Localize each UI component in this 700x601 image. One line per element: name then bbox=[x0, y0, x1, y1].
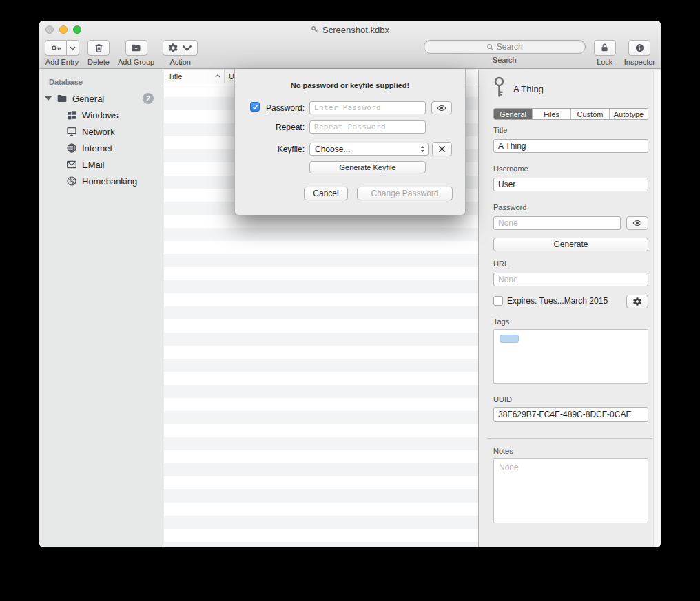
add-entry-dropdown-button[interactable] bbox=[67, 40, 79, 56]
add-entry-label: Add Entry bbox=[45, 58, 79, 66]
key-icon bbox=[493, 76, 505, 101]
sidebar-item-label: Internet bbox=[82, 143, 112, 154]
uuid-label: UUID bbox=[493, 395, 512, 403]
divider bbox=[487, 438, 652, 439]
envelope-icon bbox=[66, 159, 77, 170]
search-input[interactable]: Search bbox=[424, 40, 586, 54]
inspector-header: A Thing bbox=[493, 75, 544, 103]
column-header-username[interactable]: U bbox=[225, 70, 234, 83]
tab-files[interactable]: Files bbox=[532, 109, 570, 119]
sidebar-section-header: Database bbox=[39, 70, 163, 86]
dialog-show-password-button[interactable] bbox=[431, 101, 452, 114]
sheet-message: No password or keyfile supplied! bbox=[235, 81, 465, 89]
titlebar: Screenshot.kdbx bbox=[39, 21, 661, 39]
uuid-field[interactable]: 38F629B7-FC4E-489C-8DCF-0CAE bbox=[493, 407, 648, 422]
dialog-password-label: Password: bbox=[256, 103, 305, 113]
change-password-button[interactable]: Change Password bbox=[357, 187, 453, 200]
inspector-item: Inspector bbox=[624, 40, 655, 66]
inspector-label: Inspector bbox=[624, 58, 655, 66]
sidebar-item-general[interactable]: General 2 bbox=[39, 90, 163, 107]
tags-label: Tags bbox=[493, 317, 509, 326]
toolbar: Add Entry Delete bbox=[39, 39, 661, 69]
chevron-down-icon bbox=[70, 46, 76, 50]
delete-button[interactable] bbox=[88, 40, 110, 56]
keyfile-popup[interactable]: Choose... bbox=[309, 143, 429, 156]
inspector-panel: A Thing General Files Custom Autotype Ti… bbox=[478, 70, 661, 547]
url-field[interactable] bbox=[493, 273, 648, 286]
trash-icon bbox=[94, 43, 104, 53]
sidebar-item-email[interactable]: EMail bbox=[39, 156, 163, 173]
action-label: Action bbox=[169, 58, 191, 66]
sort-ascending-icon bbox=[215, 74, 220, 78]
password-field[interactable] bbox=[493, 216, 621, 230]
gear-icon bbox=[632, 297, 642, 306]
eye-icon bbox=[632, 218, 642, 228]
sidebar-item-label: Homebanking bbox=[82, 176, 137, 187]
generate-password-button[interactable]: Generate bbox=[493, 238, 648, 251]
folder-icon bbox=[56, 93, 68, 104]
username-field[interactable] bbox=[493, 178, 648, 191]
show-password-button[interactable] bbox=[626, 216, 648, 230]
tag-chip[interactable] bbox=[500, 335, 519, 343]
url-field-label: URL bbox=[493, 260, 508, 268]
generate-keyfile-button[interactable]: Generate Keyfile bbox=[309, 161, 426, 173]
lock-item: Lock bbox=[594, 40, 616, 66]
delete-item: Delete bbox=[88, 40, 110, 66]
column-username-label: U bbox=[229, 72, 234, 81]
notes-box[interactable]: None bbox=[493, 458, 648, 523]
tab-general[interactable]: General bbox=[494, 109, 532, 119]
app-window: Screenshot.kdbx Add Entr bbox=[39, 21, 661, 547]
stepper-arrows-icon bbox=[418, 143, 428, 155]
sidebar-item-network[interactable]: Network bbox=[39, 123, 163, 140]
title-field-label: Title bbox=[493, 126, 507, 134]
folder-plus-icon bbox=[131, 43, 141, 53]
key-plus-icon bbox=[51, 43, 61, 53]
cancel-button[interactable]: Cancel bbox=[304, 187, 348, 200]
search-placeholder: Search bbox=[497, 42, 523, 52]
dialog-repeat-input[interactable] bbox=[309, 120, 426, 134]
delete-label: Delete bbox=[88, 58, 110, 66]
add-group-item: Add Group bbox=[118, 40, 154, 66]
dialog-password-input[interactable] bbox=[309, 101, 426, 114]
lock-button[interactable] bbox=[594, 40, 616, 56]
search-icon bbox=[486, 43, 494, 51]
sidebar-item-label: General bbox=[72, 94, 104, 104]
password-field-label: Password bbox=[493, 203, 526, 211]
expires-settings-button[interactable] bbox=[626, 295, 648, 308]
inspector-tabs: General Files Custom Autotype bbox=[493, 108, 648, 120]
add-group-label: Add Group bbox=[118, 58, 154, 66]
expires-label: Expires: Tues...March 2015 bbox=[507, 296, 608, 306]
sidebar-item-windows[interactable]: Windows bbox=[39, 107, 163, 123]
disclosure-triangle-icon[interactable] bbox=[45, 96, 52, 101]
tags-box[interactable] bbox=[493, 329, 648, 384]
eye-icon bbox=[437, 103, 446, 113]
clear-keyfile-button[interactable] bbox=[432, 142, 452, 156]
tab-custom[interactable]: Custom bbox=[570, 109, 609, 119]
sidebar-item-internet[interactable]: Internet bbox=[39, 140, 163, 156]
action-item: Action bbox=[163, 40, 198, 66]
column-header-title[interactable]: Title bbox=[164, 70, 225, 83]
notes-label: Notes bbox=[493, 447, 513, 455]
expires-checkbox[interactable] bbox=[493, 296, 503, 306]
tab-autotype[interactable]: Autotype bbox=[609, 109, 648, 119]
username-field-label: Username bbox=[493, 165, 528, 173]
search-item: Search Search bbox=[424, 40, 586, 66]
title-field[interactable] bbox=[493, 139, 648, 153]
action-button[interactable] bbox=[163, 40, 198, 56]
expires-row: Expires: Tues...March 2015 bbox=[493, 296, 608, 306]
inspector-button[interactable] bbox=[628, 40, 650, 56]
screen: Screenshot.kdbx Add Entr bbox=[0, 0, 700, 601]
add-entry-button[interactable] bbox=[45, 40, 67, 56]
lock-label: Lock bbox=[597, 58, 612, 66]
add-group-button[interactable] bbox=[125, 40, 147, 56]
inspector-scrollbar[interactable] bbox=[653, 70, 661, 547]
notes-placeholder: None bbox=[494, 459, 648, 476]
lock-icon bbox=[599, 43, 610, 53]
keyfile-popup-value: Choose... bbox=[315, 145, 350, 154]
sidebar-item-homebanking[interactable]: Homebanking bbox=[39, 173, 163, 189]
display-icon bbox=[66, 126, 77, 137]
close-x-icon bbox=[438, 145, 446, 153]
window-title-text: Screenshot.kdbx bbox=[322, 25, 389, 35]
percent-icon bbox=[66, 176, 77, 187]
window-title: Screenshot.kdbx bbox=[39, 21, 661, 39]
